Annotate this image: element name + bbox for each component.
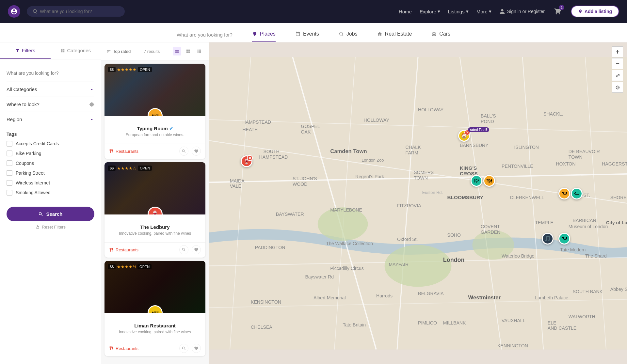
svg-text:ISLINGTON: ISLINGTON — [514, 145, 539, 150]
search-action-icon — [182, 149, 186, 153]
heart-icon-1 — [194, 149, 199, 153]
card-search-btn-3[interactable] — [179, 344, 188, 353]
category-filter[interactable]: All Categories — [7, 82, 94, 97]
tab-real-estate[interactable]: Real Estate — [377, 31, 412, 42]
svg-text:Piccadilly Circus: Piccadilly Circus — [330, 266, 363, 271]
map-pin-7[interactable]: 🎵 — [542, 233, 554, 245]
nav-sign-in[interactable]: Sign in or Register — [499, 8, 545, 14]
card-footer-2: Restaurants — [104, 242, 205, 258]
svg-text:BAYSWATER: BAYSWATER — [276, 212, 304, 217]
map-pin-6[interactable]: 🏷 — [571, 188, 583, 199]
listing-card-liman[interactable]: $$ ★★★★½ OPEN 🍽 Liman Restaurant Innovat… — [104, 261, 205, 356]
fullscreen-button[interactable]: ⤢ — [612, 70, 623, 81]
checkbox-bike-parking[interactable] — [7, 150, 12, 156]
map-container[interactable]: HAMPSTEAD HEATH GOSPEL OAK HOLLOWAY HOLL… — [209, 42, 627, 364]
card-favorite-btn-2[interactable] — [192, 245, 201, 254]
house-icon — [377, 31, 382, 37]
nav-more[interactable]: More ▾ — [476, 8, 491, 14]
tag-bike-parking[interactable]: Bike Parking — [7, 150, 94, 156]
tab-filters[interactable]: Filters — [0, 42, 51, 59]
tag-wireless-internet[interactable]: Wireless Internet — [7, 180, 94, 186]
card-actions-1 — [179, 147, 201, 156]
locate-button[interactable]: ◎ — [612, 82, 623, 93]
svg-text:PENTONVILLE: PENTONVILLE — [502, 164, 533, 169]
view-grid-3[interactable] — [195, 47, 203, 55]
svg-text:SOHO: SOHO — [447, 232, 461, 238]
svg-text:COVENT: COVENT — [481, 224, 500, 229]
search-action-icon-3 — [182, 346, 186, 351]
card-search-btn-2[interactable] — [179, 245, 188, 254]
map-pin-3[interactable]: 🍽 — [471, 175, 482, 187]
svg-text:MAIDA: MAIDA — [230, 178, 245, 183]
heart-icon-3 — [194, 346, 199, 351]
svg-text:London: London — [443, 257, 465, 263]
map-pin-5[interactable]: 🍽 — [558, 188, 570, 199]
checkbox-coupons[interactable] — [7, 160, 12, 166]
zoom-out-button[interactable]: − — [612, 58, 623, 69]
checkbox-smoking-allowed[interactable] — [7, 190, 12, 196]
checkbox-parking-street[interactable] — [7, 170, 12, 176]
svg-text:Waterloo Bridge: Waterloo Bridge — [502, 253, 535, 259]
sidebar: Filters Categories All Categories Where … — [0, 42, 101, 364]
svg-text:DE BEAUVOIR: DE BEAUVOIR — [569, 149, 600, 154]
sort-label[interactable]: Top rated — [106, 49, 131, 54]
card-favorite-btn-1[interactable] — [192, 147, 201, 156]
search-input[interactable] — [40, 9, 112, 14]
pin-x-1: ✕ — [247, 155, 253, 161]
cart-icon[interactable]: 1 — [553, 6, 563, 17]
svg-text:BARBICAN: BARBICAN — [573, 218, 596, 223]
svg-text:SOMERS: SOMERS — [414, 170, 434, 175]
svg-text:HAMPSTEAD: HAMPSTEAD — [259, 154, 288, 160]
svg-text:KING'S: KING'S — [460, 165, 477, 171]
nav-search-bar[interactable] — [27, 6, 125, 17]
tag-coupons[interactable]: Coupons — [7, 160, 94, 166]
svg-text:VAUXHALL: VAUXHALL — [502, 318, 525, 323]
search-filter — [7, 65, 94, 82]
listing-card-typing-room[interactable]: $$ ★★★★★ OPEN 🍽 Typing Room ✔ European f… — [104, 64, 205, 159]
tab-jobs[interactable]: Jobs — [339, 31, 358, 42]
nav-listings[interactable]: Listings ▾ — [448, 8, 469, 14]
location-filter[interactable]: Where to look? — [7, 97, 94, 112]
svg-text:FARM: FARM — [406, 150, 418, 155]
search-button[interactable]: Search — [7, 207, 94, 221]
zoom-in-button[interactable]: + — [612, 46, 623, 57]
price-tag-2: $$ — [108, 166, 116, 171]
tab-places[interactable]: Places — [252, 31, 276, 42]
map-pin-4[interactable]: 🍽 — [483, 175, 495, 187]
checkbox-accepts-credit-cards[interactable] — [7, 141, 12, 147]
reset-filters-button[interactable]: Reset Filters — [7, 221, 94, 233]
svg-text:PIMLICO: PIMLICO — [418, 320, 437, 325]
card-actions-2 — [179, 245, 201, 254]
tab-categories[interactable]: Categories — [51, 42, 101, 59]
nav-home[interactable]: Home — [399, 9, 412, 14]
listing-card-ledbury[interactable]: $$ ★★★★☆ OPEN 🍷 The Ledbury Innovative c… — [104, 162, 205, 258]
svg-text:VALE: VALE — [230, 183, 241, 189]
card-search-btn-1[interactable] — [179, 147, 188, 156]
svg-text:BELGRAVIA: BELGRAVIA — [418, 291, 444, 296]
tag-parking-street[interactable]: Parking Street — [7, 170, 94, 176]
svg-text:BLOOMSBURY: BLOOMSBURY — [447, 195, 483, 200]
tag-smoking-allowed[interactable]: Smoking Allowed — [7, 190, 94, 196]
svg-text:CHALK: CHALK — [406, 145, 421, 150]
logo[interactable] — [8, 5, 20, 18]
add-listing-button[interactable]: Add a listing — [571, 6, 619, 17]
region-filter[interactable]: Region — [7, 112, 94, 127]
filter-icon — [15, 48, 20, 53]
svg-text:PADDINGTON: PADDINGTON — [255, 245, 285, 250]
card-favorite-btn-3[interactable] — [192, 344, 201, 353]
tab-cars[interactable]: Cars — [431, 31, 450, 42]
keyword-input[interactable] — [7, 69, 94, 77]
view-grid-2[interactable] — [184, 47, 192, 55]
sidebar-filters: All Categories Where to look? Region Tag… — [0, 59, 101, 238]
tag-accepts-credit-cards[interactable]: Accepts Credit Cards — [7, 141, 94, 147]
tab-events[interactable]: Events — [295, 31, 319, 42]
nav-explore[interactable]: Explore ▾ — [420, 8, 440, 14]
checkbox-wireless-internet[interactable] — [7, 180, 12, 186]
view-list[interactable] — [173, 47, 181, 55]
map-pin-1[interactable]: 🍷 ✕ — [241, 155, 252, 167]
svg-text:Regent's Park: Regent's Park — [355, 174, 384, 179]
svg-text:TOWN: TOWN — [414, 175, 428, 181]
card-body-3: Liman Restaurant Innovative cooking, pai… — [104, 313, 205, 341]
map-pin-8[interactable]: 🍽 — [558, 233, 570, 245]
map-pin-2[interactable]: 🏠 ✕ rated Top 5 — [458, 130, 470, 142]
